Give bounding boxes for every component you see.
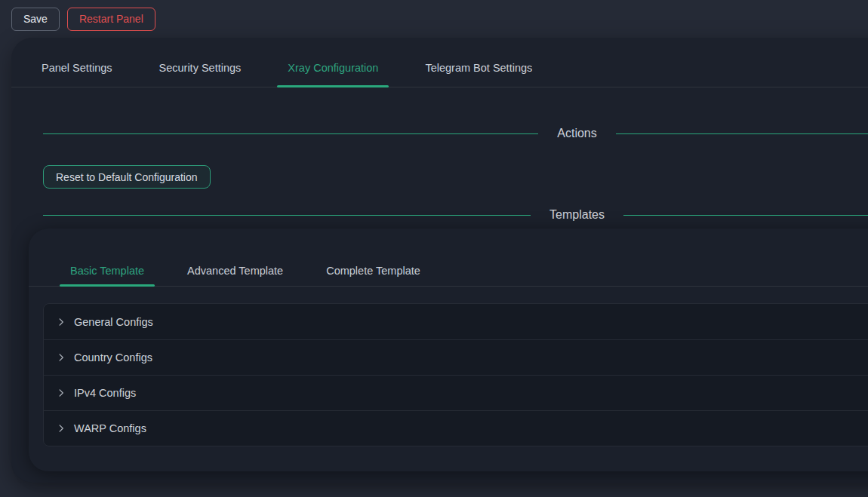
actions-divider: Actions	[43, 127, 868, 140]
templates-card: Basic Template Advanced Template Complet…	[29, 229, 868, 471]
templates-divider-label: Templates	[549, 208, 605, 222]
chevron-right-icon	[57, 353, 66, 362]
collapse-label: IPv4 Configs	[74, 387, 136, 399]
collapse-label: WARP Configs	[74, 422, 146, 434]
chevron-right-icon	[57, 388, 66, 397]
collapse-country-configs[interactable]: Country Configs	[44, 339, 868, 375]
tab-complete-template[interactable]: Complete Template	[326, 265, 420, 286]
main-tab-bar: Panel Settings Security Settings Xray Co…	[11, 38, 868, 87]
reset-default-config-button[interactable]: Reset to Default Configuration	[43, 165, 211, 189]
templates-divider: Templates	[43, 208, 868, 222]
tab-xray-configuration[interactable]: Xray Configuration	[288, 62, 378, 87]
collapse-label: General Configs	[74, 316, 153, 328]
chevron-right-icon	[57, 424, 66, 433]
template-tab-bar: Basic Template Advanced Template Complet…	[29, 229, 868, 287]
chevron-right-icon	[57, 318, 66, 327]
settings-panel: Panel Settings Security Settings Xray Co…	[11, 38, 868, 483]
tab-panel-settings[interactable]: Panel Settings	[42, 62, 112, 87]
collapse-label: Country Configs	[74, 351, 152, 364]
divider-line	[43, 133, 538, 134]
tab-advanced-template[interactable]: Advanced Template	[187, 265, 283, 286]
divider-line	[623, 215, 868, 216]
collapse-ipv4-configs[interactable]: IPv4 Configs	[44, 375, 868, 410]
tab-basic-template[interactable]: Basic Template	[70, 265, 144, 286]
tab-security-settings[interactable]: Security Settings	[159, 62, 242, 87]
collapse-general-configs[interactable]: General Configs	[44, 304, 868, 339]
top-toolbar: Save Restart Panel	[0, 0, 868, 38]
actions-divider-label: Actions	[557, 127, 596, 140]
tab-telegram-bot-settings[interactable]: Telegram Bot Settings	[425, 62, 532, 87]
save-button[interactable]: Save	[11, 8, 60, 31]
divider-line	[616, 133, 868, 134]
config-collapse-list: General Configs Country Configs IPv4 Con…	[43, 303, 868, 446]
collapse-warp-configs[interactable]: WARP Configs	[44, 410, 868, 446]
restart-panel-button[interactable]: Restart Panel	[67, 8, 155, 31]
divider-line	[43, 215, 531, 216]
